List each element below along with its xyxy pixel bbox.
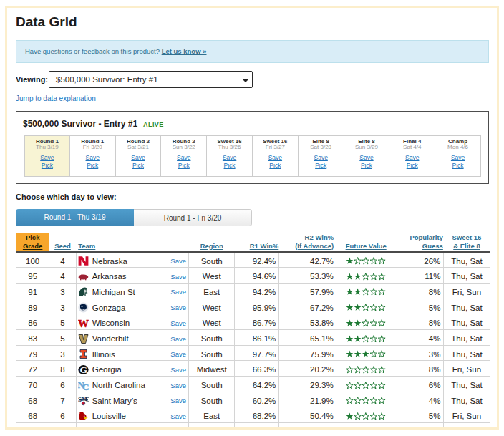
svg-text:G: G <box>79 364 87 375</box>
svg-text:C: C <box>85 396 89 403</box>
svg-text:W: W <box>78 318 89 329</box>
svg-text:C: C <box>82 381 89 391</box>
